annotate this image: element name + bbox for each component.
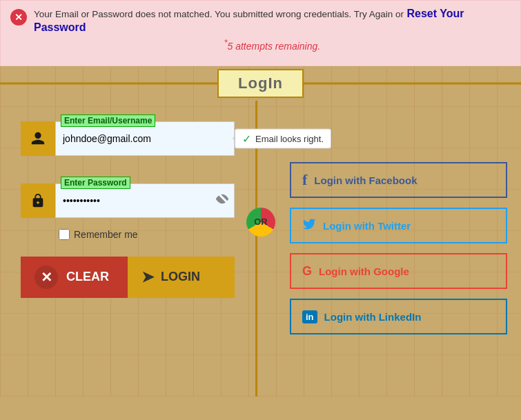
attempts-text: *5 attempts remaining. — [34, 34, 511, 59]
lock-icon — [30, 193, 46, 208]
check-icon: ✓ — [242, 132, 251, 145]
linkedin-login-button[interactable]: in Login with LinkedIn — [290, 299, 507, 334]
error-content: Your Email or Password does not matched.… — [34, 8, 511, 59]
email-label: Enter Email/Username — [61, 114, 155, 127]
facebook-icon: f — [302, 171, 307, 189]
eye-off-icon[interactable] — [215, 192, 229, 209]
content-row: OR Enter Email/Username ✓ Email looks ri… — [0, 101, 521, 397]
twitter-login-label: Login with Twitter — [323, 220, 411, 232]
error-message: Your Email or Password does not matched.… — [34, 9, 404, 19]
email-valid-bubble: ✓ Email looks right. — [235, 128, 331, 148]
password-input-group: Enter Password — [21, 183, 235, 218]
linkedin-icon: in — [302, 310, 317, 323]
password-wrapper: Enter Password — [55, 183, 235, 218]
email-wrapper: Enter Email/Username — [55, 121, 235, 156]
remember-me-checkbox[interactable] — [59, 229, 70, 240]
google-icon: G — [302, 264, 312, 279]
user-icon — [30, 131, 46, 146]
attempts-count: 5 attempts remaining. — [228, 41, 321, 52]
twitter-icon — [302, 217, 316, 234]
google-login-label: Login with Google — [319, 266, 409, 277]
main-container: LogIn OR Enter Email/Username ✓ — [0, 66, 521, 397]
user-icon-container — [21, 121, 55, 156]
facebook-login-button[interactable]: f Login with Facebook — [290, 162, 507, 198]
left-panel: Enter Email/Username ✓ Email looks right… — [0, 101, 255, 397]
login-header-row: LogIn — [0, 66, 521, 101]
buttons-row: ✕ CLEAR ➤ LOGIN — [21, 257, 235, 298]
google-login-button[interactable]: G Login with Google — [290, 253, 507, 289]
facebook-login-label: Login with Facebook — [314, 174, 417, 186]
or-circle: OR — [246, 208, 275, 237]
error-icon: ✕ — [10, 9, 27, 26]
email-valid-message: Email looks right. — [255, 133, 324, 143]
password-label: Enter Password — [61, 177, 130, 189]
login-icon: ➤ — [141, 268, 154, 286]
lock-icon-container — [21, 183, 55, 218]
clear-label: CLEAR — [66, 270, 109, 284]
login-title: LogIn — [217, 69, 304, 98]
email-input-group: Enter Email/Username ✓ Email looks right… — [21, 121, 235, 156]
remember-me-label: Remember me — [74, 229, 138, 240]
linkedin-login-label: Login with LinkedIn — [324, 311, 422, 323]
twitter-login-button[interactable]: Login with Twitter — [290, 208, 507, 243]
login-button[interactable]: ➤ LOGIN — [128, 257, 235, 298]
clear-icon: ✕ — [35, 266, 58, 289]
remember-me-row: Remember me — [21, 229, 235, 240]
clear-button[interactable]: ✕ CLEAR — [21, 257, 128, 298]
error-banner: ✕ Your Email or Password does not matche… — [0, 0, 521, 66]
login-label: LOGIN — [161, 270, 200, 284]
